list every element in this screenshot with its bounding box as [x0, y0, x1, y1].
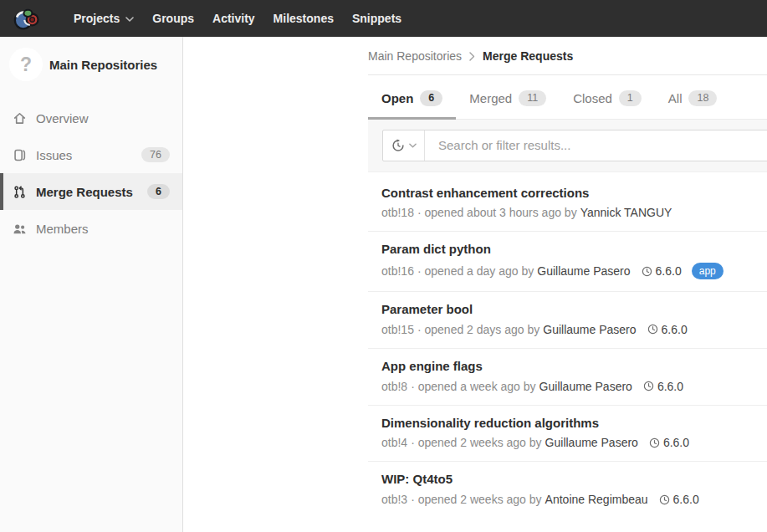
merge-requests-count-badge: 6	[147, 184, 170, 200]
mr-opened-text: · opened 2 weeks ago by	[411, 493, 541, 506]
chevron-down-icon	[125, 17, 134, 22]
merge-request-list: Contrast enhancement corrections otb!18 …	[368, 176, 767, 519]
mr-title-link[interactable]: Dimensionality reduction algorithms	[381, 416, 599, 432]
top-navbar: Projects Groups Activity Milestones Snip…	[0, 0, 767, 37]
navbar-menu: Projects Groups Activity Milestones Snip…	[64, 0, 411, 37]
mr-list-item: Dimensionality reduction algorithms otb!…	[368, 406, 767, 463]
mr-milestone[interactable]: 6.6.0	[649, 436, 689, 449]
tab-all-label: All	[668, 91, 683, 105]
mr-opened-text: · opened about 3 hours ago by	[417, 206, 577, 219]
mr-opened-text: · opened 2 days ago by	[417, 323, 539, 336]
clock-icon	[647, 324, 658, 335]
project-header-link[interactable]: ? Main Repositories	[0, 37, 182, 93]
tab-closed-count: 1	[619, 90, 642, 106]
tab-merged-label: Merged	[469, 91, 512, 105]
sidebar-item-members-label: Members	[36, 222, 170, 236]
chevron-right-icon	[469, 52, 475, 61]
tab-all[interactable]: All 18	[655, 75, 731, 119]
nav-item-projects-label: Projects	[74, 12, 120, 25]
mr-milestone[interactable]: 6.6.0	[647, 323, 688, 336]
sidebar-item-merge-requests-label: Merge Requests	[36, 185, 138, 199]
mr-milestone-label: 6.6.0	[663, 436, 689, 449]
breadcrumb: Main Repositories Merge Requests	[368, 37, 767, 75]
sidebar-nav: Overview Issues 76 Merge Requests 6 Memb…	[0, 100, 182, 247]
mr-opened-text: · opened 2 weeks ago by	[411, 436, 541, 449]
merge-request-icon	[13, 185, 27, 199]
mr-ref: otb!15	[381, 323, 414, 336]
mr-meta: otb!3 · opened 2 weeks ago by Antoine Re…	[381, 493, 767, 506]
mr-author-link[interactable]: Yannick TANGUY	[580, 206, 672, 219]
sidebar-item-members[interactable]: Members	[0, 210, 182, 247]
nav-item-milestones[interactable]: Milestones	[264, 0, 343, 37]
mr-state-tabs: Open 6 Merged 11 Closed 1 All 18	[368, 75, 767, 120]
mr-list-item: WIP: Qt4to5 otb!3 · opened 2 weeks ago b…	[368, 462, 767, 518]
sidebar-item-overview[interactable]: Overview	[0, 100, 182, 136]
mr-title-link[interactable]: WIP: Qt4to5	[381, 472, 453, 488]
mr-meta: otb!16 · opened a day ago by Guillaume P…	[381, 263, 767, 279]
mr-milestone[interactable]: 6.6.0	[642, 264, 682, 278]
mr-ref: otb!3	[381, 493, 407, 506]
clock-icon	[642, 266, 652, 277]
otb-logo[interactable]	[13, 4, 41, 33]
mr-meta: otb!4 · opened 2 weeks ago by Guillaume …	[381, 436, 767, 449]
mr-ref: otb!8	[381, 380, 407, 393]
filtered-search-box	[382, 130, 767, 161]
sidebar-item-overview-label: Overview	[36, 111, 170, 125]
mr-title-link[interactable]: Contrast enhancement corrections	[381, 186, 589, 202]
chevron-down-icon	[409, 143, 417, 148]
project-avatar: ?	[9, 48, 43, 81]
project-title: Main Repositories	[49, 58, 157, 72]
mr-author-link[interactable]: Guillaume Pasero	[537, 264, 630, 278]
mr-meta: otb!15 · opened 2 days ago by Guillaume …	[381, 323, 767, 336]
clock-icon	[659, 494, 670, 505]
search-history-dropdown-button[interactable]	[383, 130, 425, 161]
nav-item-projects[interactable]: Projects	[64, 0, 143, 37]
tab-merged[interactable]: Merged 11	[456, 75, 560, 119]
mr-author-link[interactable]: Guillaume Pasero	[545, 436, 638, 449]
nav-item-groups[interactable]: Groups	[143, 0, 203, 37]
sidebar-item-merge-requests[interactable]: Merge Requests 6	[0, 173, 182, 210]
mr-milestone[interactable]: 6.6.0	[643, 380, 683, 393]
tab-open-count: 6	[420, 90, 442, 106]
home-icon	[13, 111, 27, 125]
mr-author-link[interactable]: Antoine Regimbeau	[545, 493, 648, 506]
tab-all-count: 18	[688, 90, 717, 106]
mr-ref: otb!16	[381, 264, 414, 278]
clock-icon	[643, 381, 654, 391]
search-input[interactable]	[425, 130, 767, 161]
mr-title-link[interactable]: App engine flags	[381, 359, 483, 375]
breadcrumb-parent-link[interactable]: Main Repositories	[368, 49, 462, 63]
nav-item-snippets-label: Snippets	[352, 12, 401, 25]
mr-milestone-label: 6.6.0	[656, 264, 682, 278]
mr-list-item: App engine flags otb!8 · opened a week a…	[368, 349, 767, 406]
tab-open[interactable]: Open 6	[368, 75, 456, 119]
mr-ref: otb!4	[381, 436, 407, 449]
tab-closed[interactable]: Closed 1	[560, 75, 655, 119]
members-icon	[13, 222, 27, 236]
mr-meta: otb!8 · opened a week ago by Guillaume P…	[381, 380, 767, 393]
mr-opened-text: · opened a day ago by	[417, 264, 534, 278]
mr-list-item: Contrast enhancement corrections otb!18 …	[368, 176, 767, 233]
mr-title-link[interactable]: Param dict python	[381, 242, 491, 258]
issues-count-badge: 76	[141, 147, 170, 163]
mr-author-link[interactable]: Guillaume Pasero	[539, 380, 632, 393]
breadcrumb-current: Merge Requests	[483, 49, 573, 63]
mr-label[interactable]: app	[692, 263, 724, 279]
nav-item-groups-label: Groups	[152, 12, 194, 25]
tab-open-label: Open	[381, 91, 413, 105]
mr-milestone-label: 6.6.0	[673, 493, 699, 506]
nav-item-snippets[interactable]: Snippets	[343, 0, 411, 37]
mr-milestone-label: 6.6.0	[662, 323, 688, 336]
mr-meta: otb!18 · opened about 3 hours ago by Yan…	[381, 206, 767, 219]
mr-author-link[interactable]: Guillaume Pasero	[543, 323, 636, 336]
main-content: Main Repositories Merge Requests Open 6 …	[184, 37, 767, 532]
mr-title-link[interactable]: Parameter bool	[381, 302, 473, 318]
nav-item-activity[interactable]: Activity	[203, 0, 264, 37]
sidebar-item-issues[interactable]: Issues 76	[0, 136, 182, 173]
mr-opened-text: · opened a week ago by	[411, 380, 535, 393]
mr-ref: otb!18	[381, 206, 414, 219]
tab-closed-label: Closed	[573, 91, 612, 105]
mr-milestone[interactable]: 6.6.0	[659, 493, 699, 506]
mr-list-item: Param dict python otb!16 · opened a day …	[368, 232, 767, 292]
history-icon	[391, 139, 405, 152]
